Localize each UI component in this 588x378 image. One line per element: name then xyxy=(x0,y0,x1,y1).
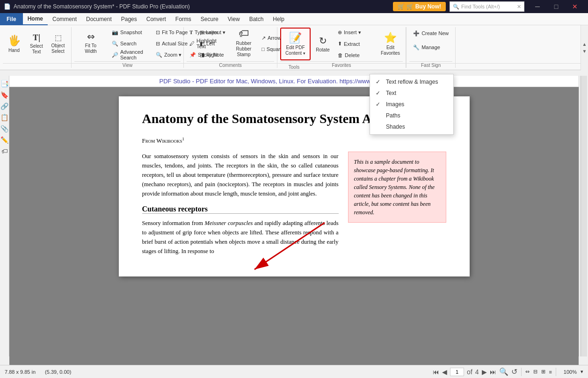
square-icon: □ xyxy=(261,46,265,52)
hand-icon: 🖐 xyxy=(8,35,21,47)
home-menu[interactable]: Home xyxy=(23,13,48,25)
view-menu[interactable]: View xyxy=(223,13,245,25)
object-select-button[interactable]: ⬚ Object Select xyxy=(48,28,68,60)
batch-menu[interactable]: Batch xyxy=(245,13,269,25)
minimize-button[interactable]: ─ xyxy=(528,0,547,13)
status-right-controls: ⏮ ◀ of 4 ▶ ⏭ 🔍 ↺ ⇔ ⊟ ⊞ ≡ 100% ▾ xyxy=(433,367,583,376)
prev-page-button[interactable]: ◀ xyxy=(442,368,447,376)
file-menu[interactable]: File xyxy=(0,13,23,25)
single-page-button[interactable]: ⊟ xyxy=(533,369,537,375)
close-search-icon[interactable]: ✕ xyxy=(517,4,521,10)
hand-tool-button[interactable]: 🖐 Hand xyxy=(3,28,25,60)
sidebar-icon-7[interactable]: 🏷 xyxy=(0,147,9,155)
total-pages: 4 xyxy=(475,368,479,376)
document-menu[interactable]: Document xyxy=(81,13,116,25)
fit-to-width-button[interactable]: ⇔ Fit To Width xyxy=(74,27,107,58)
favorites-icon: ⭐ xyxy=(384,32,397,44)
maximize-button[interactable]: □ xyxy=(547,0,566,13)
actual-size-icon: ⊟ xyxy=(156,41,160,47)
help-menu[interactable]: Help xyxy=(268,13,289,25)
dropdown-paths[interactable]: ✓ Paths xyxy=(370,110,453,121)
fit-width-icon: ⇔ xyxy=(87,31,95,42)
forms-menu[interactable]: Forms xyxy=(171,13,196,25)
annotation-box: This is a sample document to showcase pa… xyxy=(348,152,446,223)
buy-icon: 🛒 xyxy=(398,3,405,10)
continuous-button[interactable]: ≡ xyxy=(549,369,552,375)
insert-button[interactable]: ⊕ Insert ▾ xyxy=(335,28,377,38)
sidebar-icon-2[interactable]: 🔖 xyxy=(0,91,9,99)
advanced-search-button[interactable]: 🔎 Advanced Search xyxy=(109,50,151,60)
buy-now-button[interactable]: 🛒 🛒 Buy Now! xyxy=(393,2,446,11)
manage-button[interactable]: 🔧 Manage xyxy=(410,41,452,53)
manage-icon: 🔧 xyxy=(413,44,420,51)
delete-button[interactable]: 🗑 Delete xyxy=(335,50,377,60)
zoom-icon: 🔍 xyxy=(156,52,162,58)
left-sidebar: 📑 🔖 🔗 📋 📎 ✏️ 🏷 xyxy=(0,76,9,356)
object-select-icon: ⬚ xyxy=(55,33,62,42)
search-icon2: 🔍 xyxy=(112,41,118,47)
sidebar-icon-4[interactable]: 📋 xyxy=(0,113,9,122)
typewriter-icon: 𝐓 xyxy=(189,29,193,36)
insert-icon: ⊕ xyxy=(338,29,342,36)
ribbon-expand-down[interactable]: ▼ xyxy=(582,49,587,54)
secure-menu[interactable]: Secure xyxy=(196,13,223,25)
sidebar-icon-5[interactable]: 📎 xyxy=(0,124,9,133)
zoom-out-button[interactable]: 🔍 xyxy=(499,367,508,376)
advanced-search-icon: 🔎 xyxy=(112,52,118,58)
title-text: Anatomy of the Somatosensory System* - P… xyxy=(14,3,190,10)
find-tools-input[interactable]: 🔍 Find Tools (Alt+/) ✕ xyxy=(450,1,524,12)
dropdown-shades[interactable]: ✓ Shades xyxy=(370,121,453,132)
title-bar: 📄 Anatomy of the Somatosensory System* -… xyxy=(0,0,588,13)
dropdown-text[interactable]: ✓ Text xyxy=(370,87,453,99)
highlight-text-button[interactable]: 🖊 Highlight Text xyxy=(187,38,229,49)
page-number-input[interactable] xyxy=(450,368,464,376)
extract-button[interactable]: ⬆ Extract xyxy=(335,39,377,49)
coordinates-display: (5.39, 0.00) xyxy=(45,369,71,375)
rubber-stamp-button[interactable]: 🏷 Rubber Rubber Stamp xyxy=(230,27,258,58)
first-page-button[interactable]: ⏮ xyxy=(433,368,439,376)
select-text-icon: 𝐓| xyxy=(33,33,41,43)
sticky-note-button[interactable]: 📌 Sticky Note xyxy=(187,50,229,60)
convert-menu[interactable]: Convert xyxy=(142,13,171,25)
fit-width-status-button[interactable]: ⇔ xyxy=(525,369,530,375)
zoom-in-button[interactable]: ↺ xyxy=(511,367,517,376)
close-button[interactable]: ✕ xyxy=(566,0,584,13)
edit-pdf-icon: 📝 xyxy=(289,32,302,44)
rotate-button[interactable]: ↻ Rotate xyxy=(312,28,334,60)
search-button[interactable]: 🔍 Search xyxy=(109,38,151,49)
create-new-icon: ➕ xyxy=(413,30,420,36)
dimensions-display: 7.88 x 9.85 in xyxy=(5,369,36,375)
from-wikibooks: From Wikibooks1 xyxy=(142,137,446,145)
ribbon-expand-up[interactable]: ▲ xyxy=(582,42,587,47)
sidebar-icon-1[interactable]: 📑 xyxy=(0,80,9,88)
arrow-icon: ↗ xyxy=(261,35,266,41)
comment-menu[interactable]: Comment xyxy=(48,13,81,25)
last-page-button[interactable]: ⏭ xyxy=(490,368,496,376)
edit-pdf-content-button[interactable]: 📝 Edit PDF Content ▾ xyxy=(280,28,311,60)
body-text-2: Sensory information from Meissner corpus… xyxy=(142,218,339,256)
check-icon-text: ✓ xyxy=(376,90,382,96)
pages-menu[interactable]: Pages xyxy=(116,13,142,25)
edit-favorites-button[interactable]: ⭐ Edit Favorites xyxy=(378,28,403,60)
check-icon-images: ✓ xyxy=(376,101,382,108)
delete-icon: 🗑 xyxy=(338,52,343,58)
extract-icon: ⬆ xyxy=(338,41,342,47)
status-bar: 7.88 x 9.85 in (5.39, 0.00) ⏮ ◀ of 4 ▶ ⏭… xyxy=(0,365,588,378)
sidebar-icon-6[interactable]: ✏️ xyxy=(0,136,9,144)
create-new-button[interactable]: ➕ Create New xyxy=(410,27,452,39)
typewriter-button[interactable]: 𝐓 Typewriter xyxy=(187,27,229,37)
sidebar-icon-3[interactable]: 🔗 xyxy=(0,102,9,110)
dropdown-text-reflow-images[interactable]: ✓ Text reflow & Images xyxy=(370,76,453,87)
menu-bar: File Home Comment Document Pages Convert… xyxy=(0,13,588,25)
zoom-level: 100% xyxy=(560,369,577,375)
comments-group: 𝐓 Typewriter 🖊 Highlight Text 📌 Sticky N… xyxy=(184,27,277,68)
dropdown-images[interactable]: ✓ Images xyxy=(370,99,453,110)
sticky-note-icon: 📌 xyxy=(189,52,196,58)
body-text-1: Our somatosensory system consists of sen… xyxy=(142,152,339,198)
two-page-button[interactable]: ⊞ xyxy=(541,369,545,375)
zoom-dropdown-button[interactable]: ▾ xyxy=(581,369,583,375)
check-icon-reflow: ✓ xyxy=(376,79,382,85)
next-page-button[interactable]: ▶ xyxy=(482,368,487,376)
snapshot-button[interactable]: 📷 Snapshot xyxy=(109,27,151,37)
select-text-button[interactable]: 𝐓| Select Text xyxy=(26,28,47,60)
